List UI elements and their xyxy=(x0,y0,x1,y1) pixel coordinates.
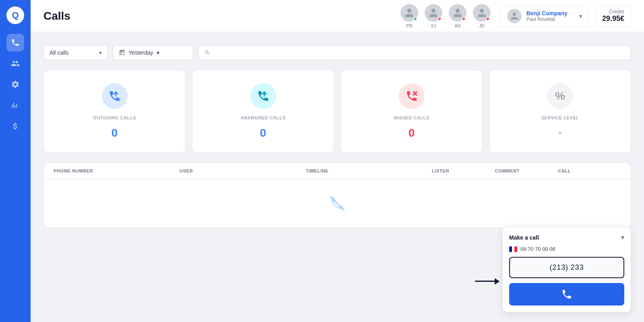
user-company: Benji Company xyxy=(526,10,574,16)
header: Calls PR SJ xyxy=(31,0,644,32)
calls-table: PHONE NUMBER USER TIMELINE LISTEN COMMEN… xyxy=(43,162,631,228)
table-header: PHONE NUMBER USER TIMELINE LISTEN COMMEN… xyxy=(44,163,631,179)
agents-list: PR SJ AD xyxy=(400,4,491,28)
service-level-icon: % xyxy=(547,83,573,109)
calls-filter-chevron: ▾ xyxy=(99,49,102,56)
agent-ad-avatar xyxy=(449,4,466,22)
agent-pr-status xyxy=(413,17,417,21)
table-body-empty xyxy=(44,179,631,228)
outgoing-calls-value: 0 xyxy=(111,127,118,139)
agent-ad-label: AD xyxy=(454,23,460,28)
agent-jd-avatar xyxy=(473,4,491,22)
calls-filter-select[interactable]: All calls ▾ xyxy=(43,45,108,60)
agent-sj-label: SJ xyxy=(431,23,436,28)
user-avatar xyxy=(507,9,522,23)
flag-french xyxy=(509,246,517,252)
date-filter-chevron: ▾ xyxy=(157,49,159,56)
user-selector-chevron: ▾ xyxy=(579,13,582,19)
agent-jd[interactable]: JD xyxy=(473,4,491,28)
agent-sj-status xyxy=(438,17,442,21)
agent-pr-avatar xyxy=(400,4,418,22)
col-phone-number: PHONE NUMBER xyxy=(54,168,180,173)
missed-calls-label: MISSED CALLS xyxy=(394,115,429,120)
make-call-title: Make a call xyxy=(509,234,539,241)
search-input[interactable] xyxy=(214,49,625,56)
stat-outgoing-calls: OUTGOING CALLS 0 xyxy=(43,70,186,153)
sidebar-item-billing[interactable] xyxy=(6,117,24,135)
service-level-value: - xyxy=(559,127,562,138)
sidebar: Q xyxy=(0,0,31,322)
service-level-label: SERVICE LEVEL xyxy=(541,115,579,120)
outgoing-calls-label: OUTGOING CALLS xyxy=(93,115,136,120)
no-calls-icon xyxy=(329,195,345,211)
date-filter-value: Yesterday xyxy=(128,49,153,56)
stats-row: OUTGOING CALLS 0 ANSWERED CALLS 0 xyxy=(43,70,631,153)
stat-service-level: % SERVICE LEVEL - xyxy=(489,70,631,153)
col-user: USER xyxy=(180,168,305,173)
sidebar-item-users[interactable] xyxy=(6,55,24,72)
answered-calls-label: ANSWERED CALLS xyxy=(241,115,286,120)
make-call-panel: Make a call ▾ 09 70 70 00 08 (213) 233 xyxy=(502,227,631,312)
make-call-chevron[interactable]: ▾ xyxy=(621,234,624,241)
outgoing-calls-icon xyxy=(102,83,128,109)
calls-filter-value: All calls xyxy=(50,49,68,56)
agent-pr[interactable]: PR xyxy=(400,4,418,28)
agent-pr-label: PR xyxy=(406,23,412,28)
stat-answered-calls: ANSWERED CALLS 0 xyxy=(192,70,334,153)
page-title: Calls xyxy=(43,10,70,23)
col-listen: LISTEN xyxy=(432,168,495,173)
missed-calls-value: 0 xyxy=(409,127,415,139)
missed-calls-icon xyxy=(399,83,425,109)
col-call: CALL xyxy=(558,168,621,173)
credits-box: Credits 29.95€ xyxy=(595,5,631,27)
call-button[interactable] xyxy=(509,283,624,306)
sidebar-item-settings[interactable] xyxy=(6,76,24,93)
phone-input-box[interactable]: (213) 233 xyxy=(509,257,624,278)
credits-label: Credits xyxy=(602,9,624,14)
agent-ad[interactable]: AD xyxy=(449,4,466,28)
col-comment: COMMENT xyxy=(495,168,558,173)
answered-calls-icon xyxy=(250,83,276,109)
agent-ad-status xyxy=(462,17,466,21)
user-selector[interactable]: Benji Company Paul Revellat ▾ xyxy=(500,5,589,27)
arrow-hint xyxy=(475,281,499,282)
content-area: All calls ▾ Yesterday ▾ xyxy=(31,32,644,322)
main-area: Calls PR SJ xyxy=(31,0,644,322)
agent-jd-label: JD xyxy=(479,23,484,28)
search-box[interactable] xyxy=(198,45,631,60)
app-logo[interactable]: Q xyxy=(6,6,24,24)
arrow-line xyxy=(475,281,499,282)
make-call-number-row: 09 70 70 00 08 xyxy=(509,246,624,252)
col-timeline: TIMELINE xyxy=(306,168,432,173)
filters-row: All calls ▾ Yesterday ▾ xyxy=(43,45,631,60)
stat-missed-calls: MISSED CALLS 0 xyxy=(341,70,483,153)
make-call-header: Make a call ▾ xyxy=(509,234,624,241)
agent-sj-avatar xyxy=(425,4,442,22)
sidebar-item-analytics[interactable] xyxy=(6,96,24,114)
credits-value: 29.95€ xyxy=(602,14,624,23)
sidebar-item-calls[interactable] xyxy=(6,34,24,51)
date-filter-select[interactable]: Yesterday ▾ xyxy=(113,45,193,60)
make-call-country-code: 09 70 70 00 08 xyxy=(520,246,555,252)
agent-jd-status xyxy=(486,17,490,21)
calendar-icon xyxy=(119,49,125,56)
answered-calls-value: 0 xyxy=(260,127,266,139)
agent-sj[interactable]: SJ xyxy=(425,4,442,28)
search-icon xyxy=(204,49,211,56)
user-info: Benji Company Paul Revellat xyxy=(526,10,574,22)
user-name: Paul Revellat xyxy=(526,16,574,22)
